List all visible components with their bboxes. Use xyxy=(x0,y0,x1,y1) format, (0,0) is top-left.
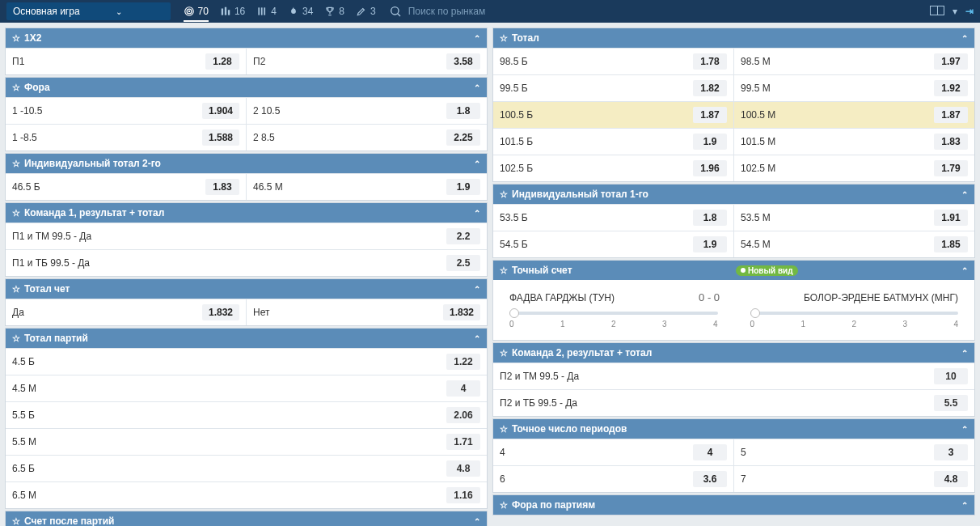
odd-value: 2.5 xyxy=(446,255,480,271)
odd-cell[interactable]: 100.5 М1.87 xyxy=(733,102,974,128)
odd-cell[interactable]: 1 -8.51.588 xyxy=(6,125,246,151)
odd-cell[interactable]: 101.5 Б1.9 xyxy=(493,129,733,155)
tool-target[interactable]: 70 xyxy=(184,6,209,22)
star-icon[interactable]: ☆ xyxy=(12,83,20,93)
odd-cell[interactable]: 100.5 Б1.87 xyxy=(493,102,733,128)
odd-cell[interactable]: 99.5 М1.92 xyxy=(733,75,974,101)
chevron-up-icon[interactable]: ⌃ xyxy=(474,334,480,343)
odd-cell[interactable]: 98.5 М1.97 xyxy=(733,49,974,74)
chevron-up-icon[interactable]: ⌃ xyxy=(474,517,480,526)
game-select[interactable]: Основная игра ⌄ xyxy=(6,2,171,20)
odd-cell[interactable]: 54.5 Б1.9 xyxy=(493,231,733,257)
odd-cell[interactable]: Нет1.832 xyxy=(246,299,487,325)
odd-cell[interactable]: 74.8 xyxy=(733,466,974,492)
odd-row[interactable]: 5.5 М1.71 xyxy=(6,428,487,455)
star-icon[interactable]: ☆ xyxy=(12,516,20,527)
panel-header[interactable]: ☆Фора⌃ xyxy=(6,78,487,97)
chevron-up-icon[interactable]: ⌃ xyxy=(961,349,968,358)
star-icon[interactable]: ☆ xyxy=(500,500,508,511)
panel-header[interactable]: ☆Команда 1, результат + тотал⌃ xyxy=(6,203,487,223)
chevron-up-icon[interactable]: ⌃ xyxy=(961,425,968,434)
chevron-up-icon[interactable]: ⌃ xyxy=(961,501,968,510)
odd-cell[interactable]: 46.5 М1.9 xyxy=(246,174,487,200)
odd-cell[interactable]: 102.5 М1.79 xyxy=(733,155,974,181)
odd-cell[interactable]: 2 8.52.25 xyxy=(246,125,487,151)
panel-header[interactable]: ☆Точный счетНовый вид⌃ xyxy=(493,261,974,280)
svg-rect-7 xyxy=(261,7,263,15)
new-view-badge[interactable]: Новый вид xyxy=(736,265,798,276)
odd-row[interactable]: П1 и ТМ 99.5 - Да2.2 xyxy=(6,223,487,249)
odd-row[interactable]: П2 и ТБ 99.5 - Да5.5 xyxy=(493,389,974,416)
odd-value: 1.832 xyxy=(202,304,239,320)
tool-columns[interactable]: 16 xyxy=(220,6,245,17)
layout-icon[interactable] xyxy=(930,6,944,15)
odd-cell[interactable]: 54.5 М1.85 xyxy=(733,231,974,257)
odd-cell[interactable]: 53.5 М1.91 xyxy=(733,205,974,231)
odd-cell[interactable]: П23.58 xyxy=(246,49,487,74)
team1-name: ФАДВА ГАРДЖЫ (ТУН) xyxy=(509,292,615,303)
chevron-down-icon[interactable]: ▾ xyxy=(953,6,957,17)
odd-row[interactable]: П2 и ТМ 99.5 - Да10 xyxy=(493,363,974,389)
star-icon[interactable]: ☆ xyxy=(12,333,20,344)
star-icon[interactable]: ☆ xyxy=(12,33,20,44)
odd-cell[interactable]: 53 xyxy=(733,439,974,465)
odd-row[interactable]: П1 и ТБ 99.5 - Да2.5 xyxy=(6,249,487,276)
tool-trophy[interactable]: 8 xyxy=(324,6,344,17)
odd-cell[interactable]: Да1.832 xyxy=(6,299,246,325)
panel-header[interactable]: ☆Тотал чет⌃ xyxy=(6,279,487,299)
odd-cell[interactable]: 1 -10.51.904 xyxy=(6,98,246,124)
tool-edit[interactable]: 3 xyxy=(356,6,376,17)
chevron-up-icon[interactable]: ⌃ xyxy=(961,190,968,199)
odd-cell[interactable]: 2 10.51.8 xyxy=(246,98,487,124)
collapse-icon[interactable]: ⇥ xyxy=(965,6,974,17)
odd-cell[interactable]: 44 xyxy=(493,439,733,465)
svg-rect-5 xyxy=(228,10,230,15)
odd-label: 102.5 М xyxy=(741,163,934,174)
score-slider[interactable]: 01234 xyxy=(509,312,718,329)
tick: 2 xyxy=(611,320,616,329)
odd-row[interactable]: 5.5 Б2.06 xyxy=(6,401,487,428)
odd-cell[interactable]: 101.5 М1.83 xyxy=(733,129,974,155)
odd-row[interactable]: 4.5 М4 xyxy=(6,375,487,401)
chevron-up-icon[interactable]: ⌃ xyxy=(474,34,480,43)
chevron-up-icon[interactable]: ⌃ xyxy=(474,83,480,92)
panel-header[interactable]: ☆Тотал партий⌃ xyxy=(6,329,487,348)
chevron-up-icon[interactable]: ⌃ xyxy=(961,34,968,43)
tool-bars[interactable]: 4 xyxy=(256,6,277,17)
panel-header[interactable]: ☆Фора по партиям⌃ xyxy=(493,495,974,515)
chevron-up-icon[interactable]: ⌃ xyxy=(474,209,480,218)
panel-header[interactable]: ☆1X2⌃ xyxy=(6,28,487,48)
star-icon[interactable]: ☆ xyxy=(500,348,508,358)
chevron-up-icon[interactable]: ⌃ xyxy=(474,159,480,168)
panel-header[interactable]: ☆Точное число периодов⌃ xyxy=(493,419,974,439)
odd-value: 3.58 xyxy=(446,53,480,70)
panel-header[interactable]: ☆Счет после партий⌃ xyxy=(6,511,487,526)
score-slider[interactable]: 01234 xyxy=(750,312,959,329)
odd-row[interactable]: 4.5 Б1.22 xyxy=(6,348,487,375)
odd-row[interactable]: 6.5 Б4.8 xyxy=(6,455,487,481)
tool-flame[interactable]: 34 xyxy=(288,6,313,17)
star-icon[interactable]: ☆ xyxy=(500,265,508,276)
star-icon[interactable]: ☆ xyxy=(500,33,508,44)
star-icon[interactable]: ☆ xyxy=(500,189,508,200)
odd-cell[interactable]: 46.5 Б1.83 xyxy=(6,174,246,200)
panel-header[interactable]: ☆Индивидуальный тотал 1-го⌃ xyxy=(493,185,974,204)
panel-header[interactable]: ☆Индивидуальный тотал 2-го⌃ xyxy=(6,154,487,173)
star-icon[interactable]: ☆ xyxy=(12,284,20,295)
star-icon[interactable]: ☆ xyxy=(500,424,508,435)
odd-row[interactable]: 6.5 М1.16 xyxy=(6,481,487,508)
search-icon[interactable] xyxy=(389,5,402,18)
odd-cell[interactable]: 63.6 xyxy=(493,466,733,492)
odd-cell[interactable]: П11.28 xyxy=(6,49,246,74)
odd-cell[interactable]: 102.5 Б1.96 xyxy=(493,155,733,181)
panel-header[interactable]: ☆Команда 2, результат + тотал⌃ xyxy=(493,343,974,363)
chevron-up-icon[interactable]: ⌃ xyxy=(474,285,480,294)
odd-cell[interactable]: 53.5 Б1.8 xyxy=(493,205,733,231)
odd-cell[interactable]: 99.5 Б1.82 xyxy=(493,75,733,101)
chevron-up-icon[interactable]: ⌃ xyxy=(961,266,968,275)
star-icon[interactable]: ☆ xyxy=(12,159,20,169)
panel-header[interactable]: ☆Тотал⌃ xyxy=(493,28,974,48)
star-icon[interactable]: ☆ xyxy=(12,208,20,218)
odd-cell[interactable]: 98.5 Б1.78 xyxy=(493,49,733,74)
search-input[interactable] xyxy=(408,6,530,17)
